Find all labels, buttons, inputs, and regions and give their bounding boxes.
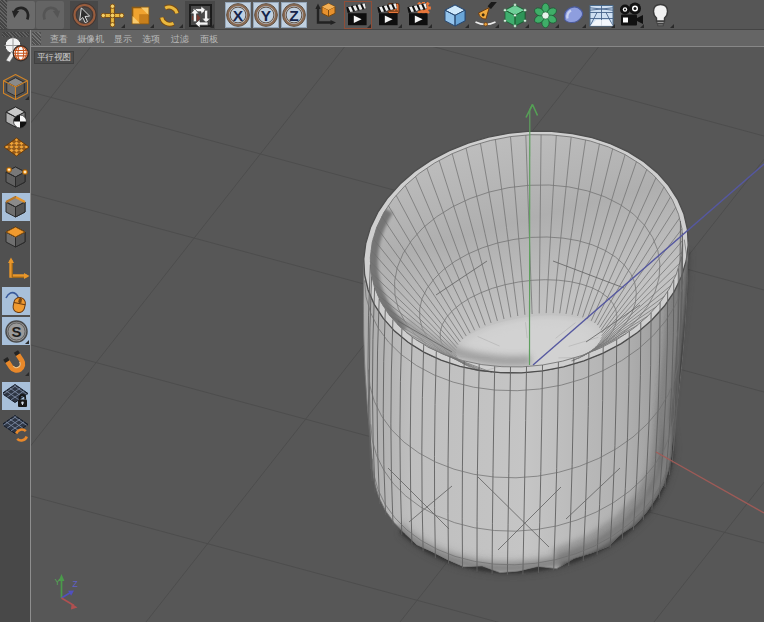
svg-text:Z: Z (73, 579, 78, 589)
svg-text:Y: Y (55, 577, 61, 587)
svg-text:Y: Y (260, 7, 271, 24)
svg-text:S: S (11, 323, 21, 340)
svg-text:X: X (232, 7, 243, 24)
svg-text:Z: Z (289, 7, 299, 24)
